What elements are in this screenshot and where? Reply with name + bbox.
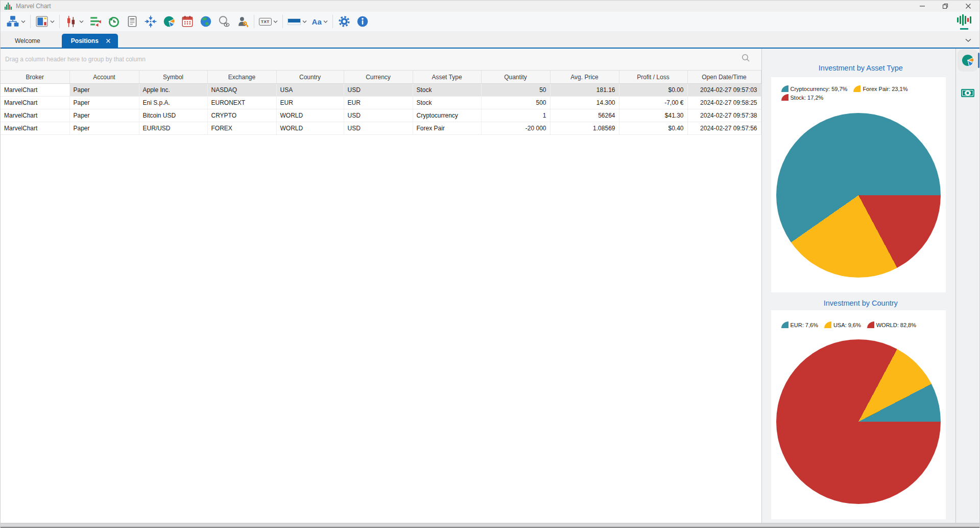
grid-cell[interactable]: 1.08569 <box>550 122 619 135</box>
pie-chart-1 <box>776 339 941 504</box>
column-header[interactable]: Account <box>69 71 139 84</box>
grid-cell[interactable]: Eni S.p.A. <box>139 97 207 109</box>
grid-cell[interactable]: NASDAQ <box>207 84 276 97</box>
tab-close-icon[interactable] <box>106 38 111 43</box>
grid-cell[interactable]: -20 000 <box>481 122 550 135</box>
grid-cell[interactable]: Cryptocurrency <box>413 109 481 122</box>
grid-cell[interactable]: MarvelChart <box>1 84 69 97</box>
document-button[interactable] <box>123 13 141 30</box>
grid-cell[interactable]: 14.300 <box>550 97 619 109</box>
about-button[interactable] <box>353 13 372 30</box>
grid-cell[interactable]: Stock <box>413 84 481 97</box>
grid-cell[interactable]: FOREX <box>207 122 276 135</box>
grid-cell[interactable]: WORLD <box>276 109 344 122</box>
grid-body: MarvelChartPaperApple Inc.NASDAQUSAUSDSt… <box>1 84 761 135</box>
grid-row[interactable]: MarvelChartPaperEni S.p.A.EURONEXTEUREUR… <box>1 97 761 109</box>
history-button[interactable] <box>105 13 123 30</box>
grid-cell[interactable]: $41.30 <box>619 109 687 122</box>
grid-cell[interactable]: USD <box>344 109 413 122</box>
column-header[interactable]: Country <box>276 71 344 84</box>
grid-cell[interactable]: EUR/USD <box>139 122 207 135</box>
search-preview-button[interactable] <box>215 13 233 30</box>
grid-cell[interactable]: Paper <box>69 97 139 109</box>
column-header[interactable]: Exchange <box>207 71 276 84</box>
grid-cell[interactable]: Apple Inc. <box>139 84 207 97</box>
world-button[interactable] <box>197 13 215 30</box>
grid-search-button[interactable] <box>742 54 750 64</box>
column-header[interactable]: Currency <box>344 71 413 84</box>
legend-swatch-icon <box>781 322 788 328</box>
calendar-button[interactable] <box>178 13 197 30</box>
grid-cell[interactable]: USD <box>344 122 413 135</box>
column-header[interactable]: Broker <box>1 71 69 84</box>
grid-cell[interactable]: -7,00 € <box>619 97 687 109</box>
grid-cell[interactable]: EUR <box>276 97 344 109</box>
tab-welcome[interactable]: Welcome <box>6 34 50 48</box>
maximize-button[interactable] <box>934 1 957 12</box>
grid-row[interactable]: MarvelChartPaperEUR/USDFOREXWORLDUSDFore… <box>1 122 761 135</box>
chart-type-button[interactable] <box>4 13 28 30</box>
column-header[interactable]: Asset Type <box>413 71 481 84</box>
grid-cell[interactable]: $0.00 <box>619 84 687 97</box>
column-header[interactable]: Symbol <box>139 71 207 84</box>
layout-button[interactable] <box>33 13 57 30</box>
grid-cell[interactable]: 50 <box>481 84 550 97</box>
brand-logo-icon <box>957 13 971 30</box>
column-header[interactable]: Open Date/Time <box>687 71 761 84</box>
grid-cell[interactable]: 2024-02-27 09:57:38 <box>687 109 761 122</box>
column-header[interactable]: Profit / Loss <box>619 71 687 84</box>
grid-cell[interactable]: Paper <box>69 84 139 97</box>
asset-allocation-button[interactable] <box>958 49 978 72</box>
chart-legend-1: EUR: 7,6%USA: 9,6%WORLD: 82,8% <box>781 322 936 328</box>
grid-cell[interactable]: 2024-02-27 09:58:25 <box>687 97 761 109</box>
grid-cell[interactable]: Paper <box>69 109 139 122</box>
calendar-icon <box>181 15 194 28</box>
grid-cell[interactable]: USA <box>276 84 344 97</box>
grid-cell[interactable]: Bitcoin USD <box>139 109 207 122</box>
grid-cell[interactable]: MarvelChart <box>1 122 69 135</box>
minimize-button[interactable] <box>911 1 934 12</box>
column-header[interactable]: Avg. Price <box>550 71 619 84</box>
grid-row[interactable]: MarvelChartPaperBitcoin USDCRYPTOWORLDUS… <box>1 109 761 122</box>
legend-label: Forex Pair: 23,1% <box>863 86 907 92</box>
font-button[interactable]: Aa <box>309 13 330 30</box>
settings-button[interactable] <box>335 13 353 30</box>
grid-cell[interactable]: MarvelChart <box>1 109 69 122</box>
grid-cell[interactable]: $0.40 <box>619 122 687 135</box>
group-by-panel[interactable]: Drag a column header here to group by th… <box>1 49 761 70</box>
grid-cell[interactable]: 56264 <box>550 109 619 122</box>
grid-cell[interactable]: Forex Pair <box>413 122 481 135</box>
money-icon <box>961 87 975 99</box>
grid-cell[interactable]: MarvelChart <box>1 97 69 109</box>
user-login-button[interactable] <box>233 13 252 30</box>
grid-cell[interactable]: CRYPTO <box>207 109 276 122</box>
grid-cell[interactable]: Paper <box>69 122 139 135</box>
close-button[interactable] <box>957 1 979 12</box>
tab-positions[interactable]: Positions <box>62 34 118 48</box>
candlestick-button[interactable] <box>62 13 86 30</box>
legend-swatch-icon <box>867 322 874 328</box>
column-header[interactable]: Quantity <box>481 71 550 84</box>
account-money-button[interactable] <box>958 82 978 104</box>
grid-cell[interactable]: 181.16 <box>550 84 619 97</box>
chart-title: Investment by Country <box>771 299 951 309</box>
grid-cell[interactable]: 2024-02-27 09:57:03 <box>687 84 761 97</box>
panel-collapse-button[interactable] <box>965 35 971 44</box>
search-icon <box>742 54 750 62</box>
gear-icon <box>338 15 351 28</box>
grid-cell[interactable]: USD <box>344 84 413 97</box>
legend-label: EUR: 7,6% <box>791 322 818 328</box>
text-format-button[interactable]: TXT <box>256 13 280 30</box>
grid-cell[interactable]: 500 <box>481 97 550 109</box>
grid-cell[interactable]: Stock <box>413 97 481 109</box>
grid-cell[interactable]: EURONEXT <box>207 97 276 109</box>
market-depth-button[interactable] <box>86 13 105 30</box>
pie-chart-button[interactable] <box>160 13 178 30</box>
fit-chart-button[interactable] <box>141 13 160 30</box>
grid-cell[interactable]: 1 <box>481 109 550 122</box>
line-color-button[interactable] <box>285 13 309 30</box>
grid-row[interactable]: MarvelChartPaperApple Inc.NASDAQUSAUSDSt… <box>1 84 761 97</box>
grid-cell[interactable]: 2024-02-27 09:57:56 <box>687 122 761 135</box>
grid-cell[interactable]: WORLD <box>276 122 344 135</box>
grid-cell[interactable]: EUR <box>344 97 413 109</box>
